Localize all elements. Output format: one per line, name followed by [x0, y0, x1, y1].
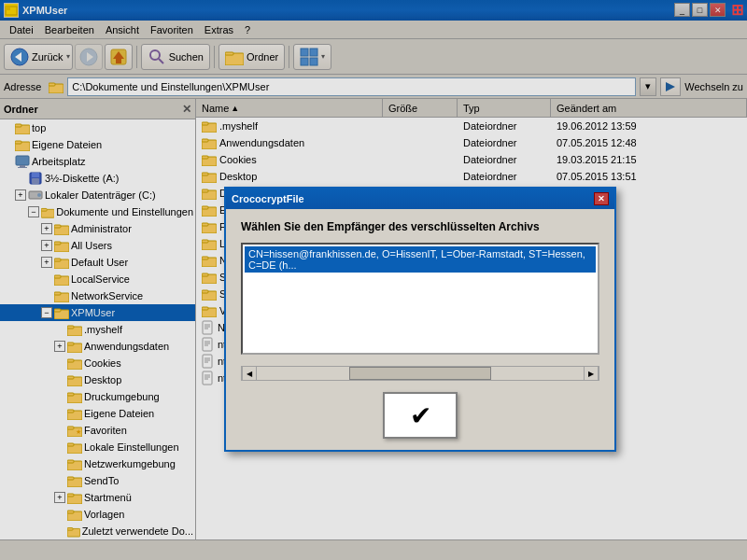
dialog-scrollbar-thumb[interactable]	[349, 367, 492, 380]
dialog-horizontal-scrollbar[interactable]: ◀ ▶	[241, 366, 599, 381]
crococrypt-dialog: CrococryptFile ✕ Wählen Sie den Empfänge…	[224, 187, 616, 452]
dialog-scrollbar-right-button[interactable]: ▶	[584, 366, 599, 381]
dialog-overlay: CrococryptFile ✕ Wählen Sie den Empfänge…	[0, 0, 747, 560]
dialog-subtitle: Wählen Sie den Empfänger des verschlüsse…	[241, 220, 599, 233]
dialog-listbox[interactable]: CN=hissen@frankhissen.de, O=HissenIT, L=…	[241, 243, 599, 355]
dialog-title-bar: CrococryptFile ✕	[226, 189, 614, 209]
dialog-body: Wählen Sie den Empfänger des verschlüsse…	[226, 209, 614, 450]
dialog-button-row: ✔	[241, 392, 599, 439]
dialog-scrollbar-left-button[interactable]: ◀	[242, 366, 257, 381]
dialog-close-button[interactable]: ✕	[594, 192, 609, 205]
dialog-recipient-item[interactable]: CN=hissen@frankhissen.de, O=HissenIT, L=…	[245, 246, 596, 273]
dialog-title: CrococryptFile	[232, 193, 304, 204]
dialog-confirm-button[interactable]: ✔	[383, 392, 458, 439]
